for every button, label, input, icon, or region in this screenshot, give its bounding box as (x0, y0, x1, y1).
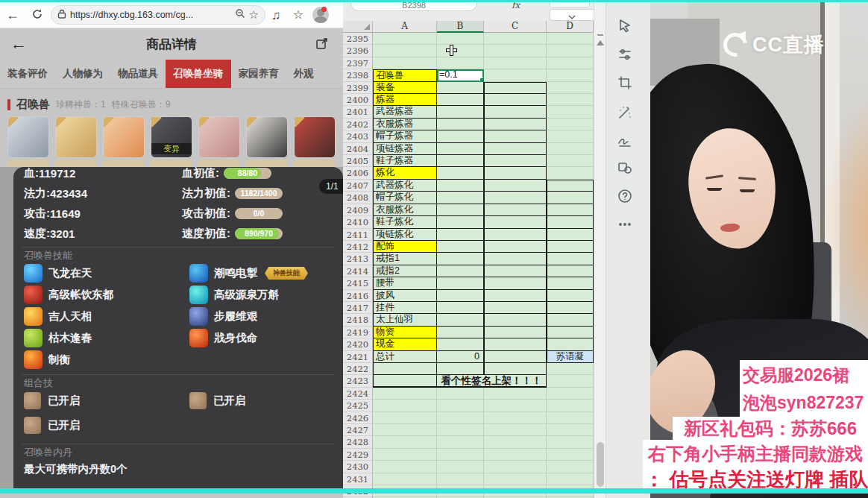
cell-C2422[interactable] (484, 363, 547, 375)
cell-B2429[interactable] (437, 449, 484, 461)
cell-D2420[interactable] (547, 338, 594, 350)
cell-D2431[interactable] (547, 473, 594, 485)
cell-A2402[interactable]: 衣服炼器 (373, 119, 437, 130)
cell-D2401[interactable] (547, 106, 594, 118)
cell-A2419[interactable]: 物资 (373, 327, 437, 338)
cell-B2397[interactable] (437, 57, 484, 69)
row-header-2407[interactable]: 2407 (343, 180, 373, 192)
cell-C2425[interactable] (484, 400, 547, 412)
cell-A2427[interactable] (373, 424, 437, 436)
cell-C2412[interactable] (484, 241, 547, 253)
cell-C2399[interactable] (484, 82, 547, 94)
cell-A2404[interactable]: 项链炼器 (373, 143, 437, 155)
row-header-2408[interactable]: 2408 (343, 192, 373, 204)
cell-C2430[interactable] (484, 461, 547, 473)
pet-avatar-7[interactable] (294, 116, 336, 158)
cell-D2415[interactable] (547, 277, 594, 289)
cell-D2411[interactable] (547, 229, 594, 241)
row-header-2421[interactable]: 2421 (343, 351, 373, 363)
cell-C2403[interactable] (484, 130, 547, 142)
cell-B2423-merged-note[interactable]: 看个性签名上架！！！ (437, 375, 547, 387)
cell-A2414[interactable]: 戒指2 (373, 265, 437, 277)
cell-C2420[interactable] (484, 338, 547, 350)
cell-A2406[interactable]: 炼化 (373, 167, 437, 179)
cell-C2415[interactable] (484, 277, 547, 289)
cell-D2404[interactable] (547, 143, 594, 155)
cell-A2398[interactable]: 召唤兽 (373, 69, 437, 81)
cell-B2411[interactable] (437, 229, 484, 241)
cell-A2424[interactable] (373, 388, 437, 400)
cell-C2397[interactable] (484, 57, 547, 69)
pet-avatar-4[interactable]: 变异 (151, 116, 192, 158)
cell-C2406[interactable] (484, 167, 547, 179)
cell-A2395[interactable] (373, 33, 437, 45)
row-header-2429[interactable]: 2429 (343, 449, 373, 461)
cell-A2410[interactable]: 鞋子炼化 (373, 216, 437, 228)
cell-B2425[interactable] (437, 400, 484, 412)
cell-B2419[interactable] (437, 327, 484, 338)
cell-A2405[interactable]: 鞋子炼器 (373, 155, 437, 167)
cell-D2412[interactable] (547, 241, 594, 253)
column-header-B[interactable]: B (437, 21, 484, 33)
cell-C2417[interactable] (484, 302, 547, 314)
row-header-2400[interactable]: 2400 (343, 94, 373, 106)
cell-A2416[interactable]: 披风 (373, 290, 437, 302)
cell-D2410[interactable] (547, 216, 594, 228)
cell-B2415[interactable] (437, 277, 484, 289)
cell-B2406[interactable] (437, 167, 484, 179)
cell-A2428[interactable] (373, 436, 437, 448)
cell-B2417[interactable] (437, 302, 484, 314)
cell-C2428[interactable] (484, 436, 547, 448)
cell-A2411[interactable]: 项链炼化 (373, 229, 437, 241)
cell-D2424[interactable] (547, 388, 594, 400)
cell-D2400[interactable] (547, 94, 594, 106)
cell-C2408[interactable] (484, 192, 547, 204)
cell-B2421[interactable]: 0 (437, 351, 484, 363)
cell-C2429[interactable] (484, 449, 547, 461)
cell-B2399[interactable] (437, 82, 484, 94)
cell-B2418[interactable] (437, 314, 484, 326)
cell-B2422[interactable] (437, 363, 484, 375)
row-header-2427[interactable]: 2427 (343, 424, 373, 436)
pet-avatar-partial[interactable] (55, 160, 97, 167)
magic-wand-icon[interactable] (617, 104, 633, 121)
cell-A2400[interactable]: 炼器 (373, 94, 437, 106)
cell-C2409[interactable] (484, 204, 547, 216)
signature-pen-icon[interactable] (617, 133, 633, 149)
tab-5[interactable]: 家园养育 (231, 60, 286, 88)
share-icon[interactable] (315, 37, 328, 53)
cell-C2410[interactable] (484, 216, 547, 228)
row-header-2426[interactable]: 2426 (343, 412, 373, 424)
cell-B2401[interactable] (437, 106, 484, 118)
browser-refresh-icon[interactable] (25, 8, 49, 22)
cell-D2408[interactable] (547, 192, 594, 204)
cell-B2398[interactable]: =0.1 (437, 69, 484, 81)
cell-A2412[interactable]: 配饰 (373, 241, 437, 253)
cell-D2423[interactable] (547, 375, 594, 387)
cell-C2401[interactable] (484, 106, 547, 118)
cell-B2404[interactable] (437, 143, 484, 155)
cell-B2420[interactable] (437, 338, 484, 350)
more-options-icon[interactable] (617, 216, 633, 233)
cell-D2409[interactable] (547, 204, 594, 216)
cell-A2397[interactable] (373, 57, 437, 69)
cell-C2398[interactable] (484, 69, 547, 81)
cell-C2414[interactable] (484, 265, 547, 277)
cell-B2407[interactable] (437, 180, 484, 192)
cell-B2412[interactable] (437, 241, 484, 253)
tab-6[interactable]: 外观 (286, 60, 321, 88)
row-header-2431[interactable]: 2431 (343, 473, 373, 485)
cell-A2422[interactable] (373, 363, 437, 375)
help-icon[interactable] (617, 188, 633, 204)
media-control-icon[interactable]: ♫ (265, 9, 287, 22)
tab-4[interactable]: 召唤兽坐骑 (166, 60, 231, 88)
cell-D2406[interactable] (547, 167, 594, 179)
cell-C2404[interactable] (484, 143, 547, 155)
cell-D2395[interactable] (547, 33, 594, 45)
cell-B2416[interactable] (437, 290, 484, 302)
cell-B2414[interactable] (437, 265, 484, 277)
row-header-2418[interactable]: 2418 (343, 314, 373, 326)
cell-C2426[interactable] (484, 412, 547, 424)
cell-D2427[interactable] (547, 424, 594, 436)
row-header-2403[interactable]: 2403 (343, 130, 373, 142)
